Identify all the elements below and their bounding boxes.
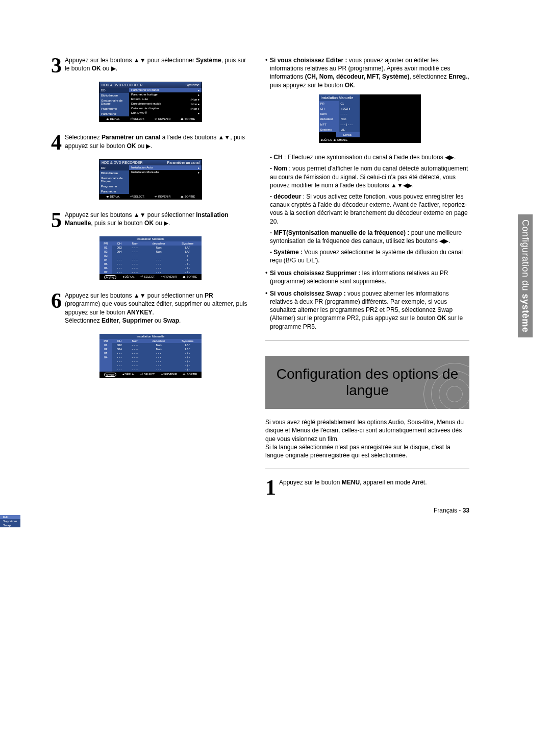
step-6-text: Appuyez sur les boutons ▲▼ pour sélectio… bbox=[65, 291, 250, 325]
step-number-3: 3 bbox=[51, 56, 62, 75]
osd-systeme: HDD & DVD RECORDERSystème DD Bibliothèqu… bbox=[99, 82, 202, 122]
def-decodeur: - décodeur : Si vous activez cette fonct… bbox=[270, 192, 469, 226]
bullet-editer: Si vous choisissez Editer : vous pouvez … bbox=[265, 56, 469, 265]
step-5: 5 Appuyez sur les boutons ▲▼ pour sélect… bbox=[51, 211, 250, 227]
context-menu: Edit Supprimer Swap bbox=[0, 515, 20, 527]
chapter-tab-line2: système bbox=[520, 294, 531, 333]
up-down-icon: ▲▼ bbox=[218, 134, 230, 141]
step-number-6: 6 bbox=[51, 291, 62, 310]
lang-intro-text: Si vous avez réglé préalablement les opt… bbox=[265, 418, 469, 459]
lang-step-1: 1 Appuyez sur le bouton MENU, appareil e… bbox=[265, 478, 469, 486]
separator bbox=[265, 469, 469, 469]
step-3-text: Appuyez sur les boutons ▲▼ pour sélectio… bbox=[65, 56, 250, 72]
separator bbox=[265, 340, 469, 340]
def-ch: - CH : Effectuez une syntonisation du ca… bbox=[270, 153, 469, 161]
bullet-supprimer: Si vous choisissez Supprimer : les infor… bbox=[265, 269, 469, 285]
step-4-text: Sélectionnez Paramétrer un canal à l'aid… bbox=[65, 133, 250, 150]
anykey-icon: Anykey bbox=[104, 275, 116, 279]
step-5-text: Appuyez sur les boutons ▲▼ pour sélectio… bbox=[65, 211, 250, 227]
osd-parametrer-canal: HDD & DVD RECORDERParamétrer un canal DD… bbox=[99, 159, 202, 200]
step-number-5: 5 bbox=[51, 211, 62, 229]
right-icon: ▶ bbox=[164, 220, 168, 227]
step-number-4: 4 bbox=[51, 133, 62, 152]
def-mft: - MFT(Syntonisation manuelle de la fréqu… bbox=[270, 229, 469, 245]
chapter-tab-line1: Configuration du bbox=[520, 220, 531, 291]
up-down-icon: ▲▼ bbox=[134, 211, 146, 218]
lang-step-1-text: Appuyez sur le bouton MENU, appareil en … bbox=[279, 478, 469, 486]
def-nom: - Nom : vous permet d'afficher le nom du… bbox=[270, 164, 469, 189]
section-heading-langue: Configuration des options de langue bbox=[265, 356, 469, 409]
up-down-icon: ▲▼ bbox=[134, 57, 146, 64]
anykey-icon: Anykey bbox=[104, 373, 116, 377]
osd-installation-manuelle-context: Installation Manuelle PRCHNomdécodeurSys… bbox=[99, 334, 202, 378]
up-down-icon: ▲▼ bbox=[134, 292, 146, 299]
step-number-1: 1 bbox=[265, 478, 276, 497]
enreg-button: Enreg. bbox=[336, 132, 360, 137]
chapter-tab: Configuration du système bbox=[518, 214, 533, 337]
osd-edit-form: Installation Manuelle PR01 CH◂ 002 ▸ Nom… bbox=[319, 94, 421, 143]
right-icon: ▶ bbox=[111, 65, 116, 72]
def-systeme: - Système : Vous pouvez sélectionner le … bbox=[270, 248, 469, 264]
bullet-swap: Si vous choisissez Swap : vous pouvez al… bbox=[265, 289, 469, 331]
heading-text: Configuration des options de langue bbox=[270, 366, 464, 399]
osd-installation-manuelle-table: Installation Manuelle PR CH Nom décodeur… bbox=[99, 236, 202, 280]
step-6: 6 Appuyez sur les boutons ▲▼ pour sélect… bbox=[51, 291, 250, 325]
step-3: 3 Appuyez sur les boutons ▲▼ pour sélect… bbox=[51, 56, 250, 72]
step-4: 4 Sélectionnez Paramétrer un canal à l'a… bbox=[51, 133, 250, 150]
page-footer: Français - 33 bbox=[265, 507, 469, 514]
